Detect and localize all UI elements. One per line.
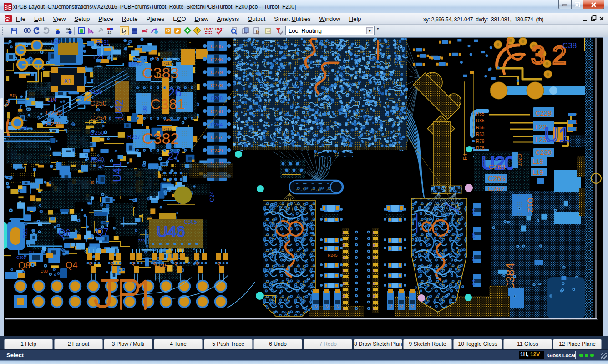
svg-text:C: C <box>400 305 404 308</box>
svg-text:R: R <box>343 308 345 311</box>
svg-text:C278: C278 <box>211 83 223 88</box>
svg-text:R: R <box>343 257 345 260</box>
svg-text:Q8: Q8 <box>18 260 30 270</box>
svg-text:C383: C383 <box>142 64 179 81</box>
svg-text:Q: Q <box>217 261 220 266</box>
svg-text:C301: C301 <box>16 255 26 260</box>
svg-text:U41: U41 <box>111 162 123 182</box>
svg-text:R: R <box>343 282 345 285</box>
svg-text:C279: C279 <box>211 70 223 75</box>
svg-text:U46: U46 <box>157 222 185 240</box>
svg-text:C230: C230 <box>535 148 552 156</box>
svg-text:C254: C254 <box>90 114 106 121</box>
svg-text:26: 26 <box>168 86 182 99</box>
svg-text:C249: C249 <box>211 148 223 153</box>
svg-text:DRC: DRC <box>204 27 213 31</box>
svg-text:C3: C3 <box>471 280 476 285</box>
svg-text:U42: U42 <box>113 99 125 119</box>
svg-text:C: C <box>336 305 340 308</box>
svg-text:C250: C250 <box>90 99 106 107</box>
svg-text:C382: C382 <box>142 130 179 147</box>
svg-text:R: R <box>343 231 345 234</box>
svg-text:C: C <box>314 305 318 308</box>
svg-text:C250: C250 <box>90 129 104 136</box>
svg-text:R79: R79 <box>476 139 485 144</box>
svg-text:R4: R4 <box>462 154 468 160</box>
svg-text:X1: X1 <box>64 77 71 85</box>
svg-text:Q: Q <box>132 261 135 266</box>
svg-text:R: R <box>373 295 375 298</box>
svg-text:R237: R237 <box>127 134 141 140</box>
svg-text:DRC: DRC <box>215 27 223 31</box>
svg-text:C305: C305 <box>184 219 197 225</box>
svg-text:!: ! <box>196 28 198 33</box>
svg-text:C285: C285 <box>211 44 223 49</box>
svg-text:R98: R98 <box>142 106 147 115</box>
svg-text:C88: C88 <box>41 269 48 273</box>
svg-text:L24: L24 <box>93 53 104 61</box>
svg-text:R: R <box>373 231 375 234</box>
svg-text:R231: R231 <box>96 40 110 46</box>
svg-text:R340: R340 <box>91 157 104 163</box>
svg-text:C3: C3 <box>471 256 476 262</box>
svg-text:R85: R85 <box>476 118 485 123</box>
svg-text:R: R <box>373 269 375 273</box>
svg-text:27: 27 <box>167 150 180 162</box>
svg-text:R: R <box>343 269 345 273</box>
svg-text:C24: C24 <box>208 191 215 202</box>
svg-text:R240: R240 <box>128 61 142 67</box>
svg-text:C3: C3 <box>471 233 476 238</box>
svg-text:C257: C257 <box>211 135 223 140</box>
svg-text:3 2: 3 2 <box>531 40 567 69</box>
svg-text:Q4: Q4 <box>66 260 78 270</box>
svg-text:R55: R55 <box>476 111 485 116</box>
svg-text:Q7: Q7 <box>96 227 109 237</box>
svg-text:C258: C258 <box>211 109 223 114</box>
svg-text:Q12: Q12 <box>526 197 535 212</box>
svg-text:L18: L18 <box>532 158 543 165</box>
svg-text:C59: C59 <box>138 238 145 243</box>
svg-text:U1: U1 <box>544 124 570 146</box>
svg-text:C: C <box>389 305 393 308</box>
svg-text:L19: L19 <box>532 169 543 176</box>
svg-text:C229: C229 <box>535 109 552 117</box>
svg-text:C267: C267 <box>517 154 522 166</box>
svg-text:R: R <box>343 244 345 247</box>
svg-text:R78: R78 <box>476 146 485 151</box>
svg-text:C38: C38 <box>562 41 577 50</box>
svg-text:R53: R53 <box>476 132 485 137</box>
svg-text:C268: C268 <box>211 96 223 101</box>
svg-text:R: R <box>373 257 375 260</box>
svg-text:R: R <box>373 282 375 285</box>
svg-text:C286: C286 <box>211 57 223 62</box>
svg-text:U35: U35 <box>156 262 168 270</box>
svg-text:Q: Q <box>174 261 177 266</box>
svg-text:C268: C268 <box>489 163 505 171</box>
svg-text:C: C <box>325 305 329 308</box>
svg-text:C265: C265 <box>488 175 505 182</box>
svg-text:C264: C264 <box>211 122 223 127</box>
svg-text:R56: R56 <box>476 125 485 130</box>
svg-text:Q: Q <box>89 261 92 266</box>
svg-text:R245: R245 <box>328 253 338 258</box>
svg-text:Q: Q <box>110 261 113 266</box>
svg-text:U20: U20 <box>51 39 60 45</box>
svg-text:R: R <box>373 244 375 247</box>
svg-text:L14: L14 <box>47 97 56 103</box>
svg-text:C238: C238 <box>46 120 62 128</box>
svg-text:C3: C3 <box>471 209 476 214</box>
svg-text:R34: R34 <box>10 93 17 98</box>
svg-text:R: R <box>343 295 345 298</box>
svg-text:Q: Q <box>196 261 199 266</box>
svg-text:12: 12 <box>107 30 111 35</box>
svg-text:C: C <box>410 305 415 308</box>
svg-text:Q6: Q6 <box>58 228 71 238</box>
svg-text:R: R <box>373 308 375 311</box>
svg-text:R21: R21 <box>22 228 29 238</box>
